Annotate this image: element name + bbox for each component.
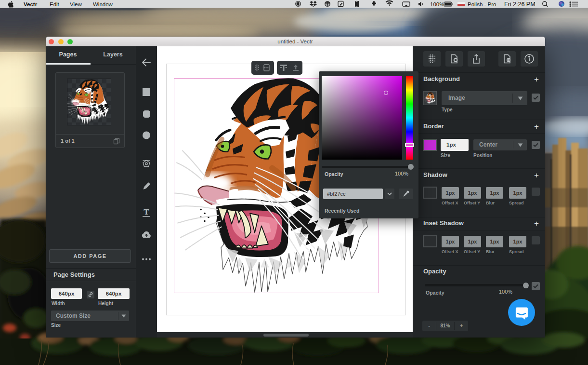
svg-text:View: View <box>70 1 82 7</box>
svg-text:Edit: Edit <box>50 1 60 7</box>
svg-text:Vectr: Vectr <box>24 1 38 7</box>
svg-text:Polish - Pro: Polish - Pro <box>468 1 496 7</box>
svg-text:Window: Window <box>93 1 113 7</box>
svg-text:100%: 100% <box>430 1 444 7</box>
svg-text:T: T <box>144 207 149 216</box>
svg-text:Fri 2:26 PM: Fri 2:26 PM <box>504 1 536 8</box>
